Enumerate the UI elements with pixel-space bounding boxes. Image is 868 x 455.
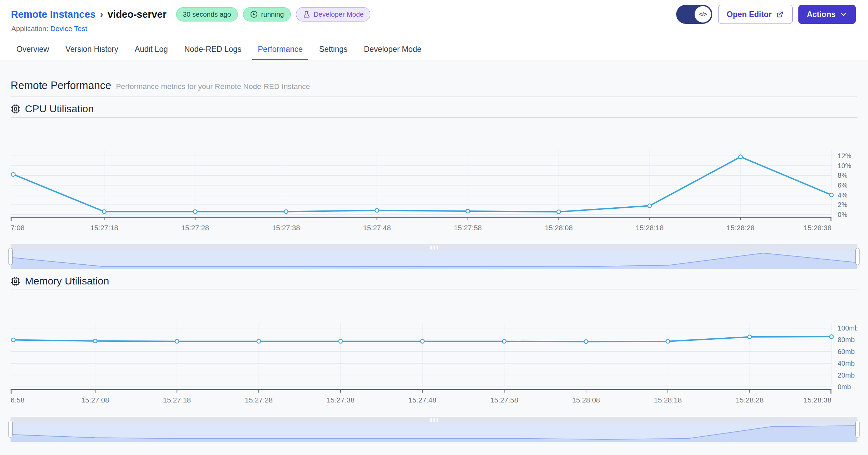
svg-text:6%: 6%: [838, 181, 848, 189]
page-header: Remote Instances › video-server 30 secon…: [0, 0, 868, 36]
cpu-brush-left-handle[interactable]: [8, 248, 13, 265]
developer-mode-text: Developer Mode: [314, 11, 364, 18]
flask-icon: [303, 11, 311, 18]
cpu-brush-grip-icon[interactable]: [430, 246, 438, 250]
cpu-brush-preview[interactable]: [11, 251, 857, 269]
svg-text:15:27:48: 15:27:48: [363, 224, 391, 232]
cpu-divider: [11, 117, 857, 118]
memory-brush-preview[interactable]: [11, 424, 857, 442]
svg-text:15:28:28: 15:28:28: [727, 224, 755, 232]
status-badge: running: [243, 7, 291, 21]
chevron-down-icon: [840, 11, 847, 18]
tab-settings[interactable]: Settings: [314, 40, 353, 60]
memory-chip-icon: [11, 276, 20, 286]
svg-text:40mb: 40mb: [838, 359, 855, 367]
memory-chart: 0mb20mb40mb60mb80mb100mb6:5815:27:0815:2…: [11, 291, 857, 404]
open-editor-button[interactable]: Open Editor: [718, 5, 793, 24]
svg-text:6:58: 6:58: [11, 396, 25, 404]
svg-text:15:28:18: 15:28:18: [654, 396, 682, 404]
status-text: running: [261, 11, 284, 18]
svg-text:15:27:18: 15:27:18: [90, 224, 118, 232]
memory-chart-title: Memory Utilisation: [25, 275, 109, 287]
cpu-chart-header: CPU Utilisation: [11, 103, 857, 115]
last-seen-text: 30 seconds ago: [183, 11, 231, 18]
tab-developer-mode[interactable]: Developer Mode: [358, 40, 427, 60]
svg-text:20mb: 20mb: [838, 371, 855, 379]
svg-text:60mb: 60mb: [838, 348, 855, 355]
memory-brush-left-handle[interactable]: [8, 421, 13, 438]
tab-overview[interactable]: Overview: [11, 40, 55, 60]
svg-text:15:28:08: 15:28:08: [545, 224, 573, 232]
svg-text:15:27:48: 15:27:48: [409, 396, 437, 404]
svg-text:15:28:08: 15:28:08: [572, 396, 600, 404]
cpu-utilisation-section: CPU Utilisation 0%2%4%6%8%10%12%7:0815:2…: [11, 103, 857, 269]
svg-text:8%: 8%: [838, 172, 848, 179]
application-link[interactable]: Device Test: [50, 25, 87, 32]
svg-text:15:27:08: 15:27:08: [81, 396, 109, 404]
tab-node-red-logs[interactable]: Node-RED Logs: [179, 40, 247, 60]
tab-bar: Overview Version History Audit Log Node-…: [0, 40, 868, 60]
last-seen-badge: 30 seconds ago: [176, 7, 238, 21]
cpu-brush-right-handle[interactable]: [855, 248, 860, 265]
svg-text:15:27:28: 15:27:28: [245, 396, 273, 404]
play-circle-icon: [250, 10, 258, 18]
svg-text:15:28:28: 15:28:28: [736, 396, 764, 404]
breadcrumb-parent-link[interactable]: Remote Instances: [11, 9, 96, 20]
svg-text:15:27:18: 15:27:18: [163, 396, 191, 404]
svg-text:15:27:38: 15:27:38: [272, 224, 300, 232]
application-label: Application:: [11, 25, 48, 32]
memory-chart-range-selector[interactable]: [11, 417, 857, 442]
memory-chart-header: Memory Utilisation: [11, 275, 857, 287]
svg-text:10%: 10%: [838, 162, 851, 170]
svg-text:100mb: 100mb: [838, 324, 857, 332]
performance-panel: Remote Performance Performance metrics f…: [0, 60, 868, 455]
memory-brush-bar[interactable]: [11, 417, 857, 424]
svg-text:15:28:18: 15:28:18: [636, 224, 664, 232]
open-editor-label: Open Editor: [727, 10, 772, 19]
memory-utilisation-section: Memory Utilisation 0mb20mb40mb60mb80mb10…: [11, 275, 857, 442]
cpu-chart-range-selector[interactable]: [11, 244, 857, 269]
svg-text:15:27:38: 15:27:38: [327, 396, 355, 404]
svg-text:4%: 4%: [838, 191, 848, 199]
developer-mode-badge: Developer Mode: [296, 7, 371, 21]
svg-text:7:08: 7:08: [11, 224, 25, 232]
page-title: Remote Performance: [11, 79, 111, 92]
external-link-icon: [776, 10, 784, 18]
svg-text:0%: 0%: [838, 211, 848, 218]
section-divider: [11, 97, 857, 97]
breadcrumb-separator: ›: [100, 9, 103, 20]
developer-mode-toggle[interactable]: </>: [676, 5, 712, 24]
application-row: Application: Device Test: [11, 25, 856, 36]
cpu-brush-bar[interactable]: [11, 244, 857, 251]
svg-text:2%: 2%: [838, 201, 848, 208]
cpu-brush-minichart: [11, 251, 857, 269]
svg-text:0mb: 0mb: [838, 383, 851, 391]
page-subtitle: Performance metrics for your Remote Node…: [116, 82, 310, 91]
tab-audit-log[interactable]: Audit Log: [129, 40, 173, 60]
breadcrumb: Remote Instances › video-server 30 secon…: [11, 5, 856, 23]
svg-text:15:27:58: 15:27:58: [454, 224, 482, 232]
tab-performance[interactable]: Performance: [252, 40, 308, 60]
cpu-chart: 0%2%4%6%8%10%12%7:0815:27:1815:27:2815:2…: [11, 119, 857, 232]
actions-label: Actions: [807, 10, 836, 19]
memory-brush-minichart: [11, 424, 857, 442]
header-actions: </> Open Editor Actions: [676, 5, 856, 24]
svg-text:15:28:38: 15:28:38: [803, 224, 831, 232]
status-badges: 30 seconds ago running Developer Mode: [176, 7, 371, 21]
actions-button[interactable]: Actions: [798, 5, 856, 24]
code-icon: </>: [695, 6, 711, 23]
svg-text:80mb: 80mb: [838, 336, 855, 343]
memory-divider: [11, 290, 857, 290]
memory-brush-right-handle[interactable]: [855, 421, 860, 438]
memory-brush-grip-icon[interactable]: [430, 418, 438, 422]
svg-text:15:27:28: 15:27:28: [181, 224, 209, 232]
svg-text:15:27:58: 15:27:58: [490, 396, 518, 404]
cpu-chart-title: CPU Utilisation: [25, 103, 94, 115]
svg-text:15:28:38: 15:28:38: [803, 396, 831, 404]
section-header: Remote Performance Performance metrics f…: [11, 79, 857, 92]
svg-text:12%: 12%: [838, 152, 851, 160]
tab-version-history[interactable]: Version History: [60, 40, 124, 60]
cpu-chip-icon: [11, 104, 20, 114]
instance-name: video-server: [108, 9, 167, 20]
